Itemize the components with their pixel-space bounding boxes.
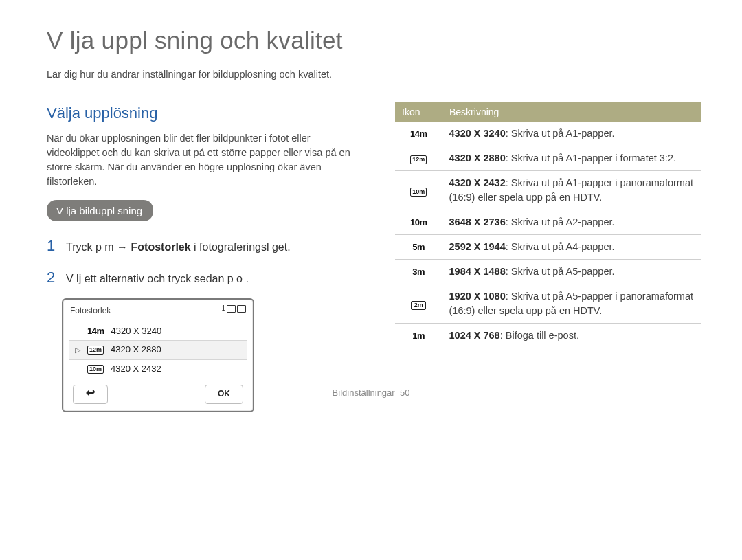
icon-cell: 2m [395,284,442,324]
content-columns: Välja upplösning När du ökar upplösninge… [47,102,701,412]
dimensions: 4320 X 2880 [449,153,506,164]
device-preview-title: Fotostorlek [70,305,247,317]
resolution-table: Ikon Beskrivning 14m4320 X 3240: Skriva … [395,102,701,348]
resolution-icon: 2m [411,301,426,310]
step-text-post: i fotograferingsl get. [191,241,291,253]
step-text: V lj ett alternativ och tryck sedan p o … [66,271,359,287]
resolution-icon: 1m [412,331,425,341]
table-row: 5m2592 X 1944: Skriva ut på A4-papper. [395,235,701,260]
dimensions: 4320 X 2432 [449,177,506,188]
selector-icon: ▷ [75,345,80,356]
battery-icon [237,305,246,313]
resolution-icon: 10m [410,188,427,197]
resolution-icon: 12m [87,346,104,355]
steps: 1 Tryck p m → Fotostorlek i fotograferin… [47,235,359,289]
dimensions: 2592 X 1944 [449,241,506,252]
description-text: : Skriva ut på A4-papper. [506,241,615,252]
th-desc: Beskrivning [442,102,701,122]
description-cell: 3648 X 2736: Skriva ut på A2-papper. [442,210,701,235]
manual-page: V lja uppl sning och kvalitet Lär dig hu… [0,0,742,412]
step-text: Tryck p m → Fotostorlek i fotograferings… [66,239,359,255]
step-number: 1 [47,235,58,257]
resolution-icon: 3m [412,267,425,277]
step-number: 2 [47,267,58,289]
description-text: : Skriva ut på A2-papper. [506,216,615,227]
dimensions: 4320 X 3240 [449,128,506,139]
device-option-list: 14m 4320 X 3240 ▷ 12m 4320 X 2880 10m 43… [69,322,247,380]
resolution-icon: 10m [87,365,104,374]
section-body: När du ökar upplösningen blir det fler b… [47,131,359,189]
dimensions: 1984 X 1488 [449,266,506,277]
table-row: 1m1024 X 768: Bifoga till e-post. [395,324,701,348]
footer-section: Bildinställningar [333,388,395,398]
th-icon: Ikon [395,102,442,122]
footer-page: 50 [400,388,409,398]
icon-cell: 14m [395,122,442,146]
table-row: 14m4320 X 3240: Skriva ut på A1-papper. [395,122,701,146]
icon-cell: 5m [395,235,442,260]
status-icon [227,305,236,313]
device-status-bar: 1 [221,304,246,314]
step-2: 2 V lj ett alternativ och tryck sedan p … [47,267,359,289]
description-cell: 1984 X 1488: Skriva ut på A5-papper. [442,260,701,284]
table-row: 3m1984 X 1488: Skriva ut på A5-papper. [395,260,701,284]
table-row: 12m4320 X 2880: Skriva ut på A1-papper i… [395,146,701,171]
resolution-label: 4320 X 3240 [111,325,162,338]
resolution-label: 4320 X 2880 [111,344,161,357]
status-count: 1 [221,304,225,314]
dimensions: 1920 X 1080 [449,291,506,302]
resolution-icon: 12m [410,155,427,164]
page-footer: Bildinställningar 50 [0,387,742,400]
page-title: V lja uppl sning och kvalitet [47,23,701,63]
icon-cell: 10m [395,171,442,210]
device-option[interactable]: 10m 4320 X 2432 [69,360,247,379]
description-cell: 1024 X 768: Bifoga till e-post. [442,324,701,348]
right-column: Ikon Beskrivning 14m4320 X 3240: Skriva … [395,102,701,412]
icon-cell: 10m [395,210,442,235]
step-text-bold: Fotostorlek [131,241,191,253]
description-cell: 4320 X 2880: Skriva ut på A1-papper i fo… [442,146,701,171]
description-text: : Skriva ut på A5-papper. [506,266,615,277]
step-1: 1 Tryck p m → Fotostorlek i fotograferin… [47,235,359,257]
section-heading: Välja upplösning [47,102,359,124]
icon-cell: 1m [395,324,442,348]
description-cell: 4320 X 2432: Skriva ut på A1-papper i pa… [442,171,701,210]
description-text: : Skriva ut på A1-papper i formatet 3:2. [506,153,676,164]
table-header-row: Ikon Beskrivning [395,102,701,122]
icon-cell: 12m [395,146,442,171]
device-option[interactable]: 14m 4320 X 3240 [69,322,247,341]
resolution-icon: 14m [410,128,427,139]
dimensions: 3648 X 2736 [449,216,506,227]
dimensions: 1024 X 768 [449,330,500,341]
icon-cell: 3m [395,260,442,284]
table-row: 10m4320 X 2432: Skriva ut på A1-papper i… [395,171,701,210]
table-row: 10m3648 X 2736: Skriva ut på A2-papper. [395,210,701,235]
description-text: : Bifoga till e-post. [500,330,579,341]
description-cell: 1920 X 1080: Skriva ut på A5-papper i pa… [442,284,701,324]
description-cell: 4320 X 3240: Skriva ut på A1-papper. [442,122,701,146]
device-option[interactable]: ▷ 12m 4320 X 2880 [69,341,247,360]
page-subtitle: Lär dig hur du ändrar inställningar för … [47,67,701,82]
step-text-pre: Tryck p m → [66,241,131,253]
left-column: Välja upplösning När du ökar upplösninge… [47,102,359,412]
description-cell: 2592 X 1944: Skriva ut på A4-papper. [442,235,701,260]
resolution-icon: 10m [410,217,427,227]
resolution-label: 4320 X 2432 [111,363,161,376]
description-text: : Skriva ut på A1-papper. [506,128,615,139]
table-row: 2m1920 X 1080: Skriva ut på A5-papper i … [395,284,701,324]
resolution-icon: 14m [87,325,104,338]
subsection-pill: V lja bilduppl sning [47,200,153,222]
resolution-icon: 5m [412,242,425,252]
